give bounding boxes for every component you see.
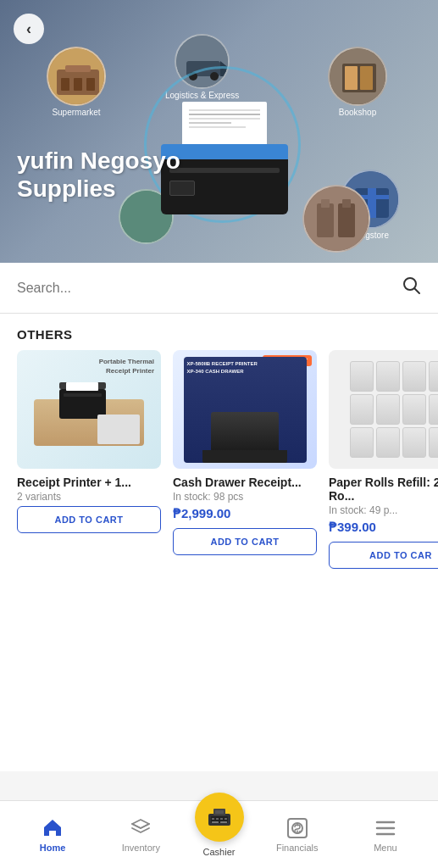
product-sub-receipt-printer: 2 variants: [17, 491, 161, 503]
home-icon: [42, 817, 64, 839]
search-button[interactable]: [402, 276, 421, 299]
circle-bookshop: Bookshop: [328, 47, 387, 117]
add-to-cart-paper-rolls[interactable]: ADD TO CAR: [329, 542, 438, 569]
svg-rect-22: [321, 199, 330, 208]
product-image-paper-rolls: [329, 350, 438, 469]
nav-label-financials: Financials: [276, 843, 319, 853]
product-image-receipt-printer: Portable ThermalReceipt Printer: [17, 350, 161, 469]
nav-item-cashier[interactable]: Cashier: [185, 810, 252, 860]
nav-item-inventory[interactable]: Inventory: [97, 810, 185, 860]
product-card-cash-drawer: COMBO SET XP-580IIB RECEIPT PRINTERXP-34…: [173, 350, 317, 576]
back-button[interactable]: ‹: [14, 14, 44, 44]
printer-illustration: [136, 59, 322, 229]
cashier-icon: [207, 805, 232, 829]
banner-title: yufin Negosyo Supplies: [17, 147, 180, 203]
nav-item-home[interactable]: Home: [8, 810, 97, 860]
back-arrow-icon: ‹: [26, 20, 31, 38]
svg-rect-21: [338, 203, 355, 237]
product-info-receipt-printer: Receipt Printer + 1... 2 variants ADD TO…: [17, 469, 161, 540]
product-name-paper-rolls: Paper Rolls Refill: 20 Ro...: [329, 476, 438, 503]
add-to-cart-cash-drawer[interactable]: ADD TO CART: [173, 528, 317, 555]
product-name-cash-drawer: Cash Drawer Receipt...: [173, 476, 317, 489]
search-container: [0, 263, 438, 314]
svg-rect-34: [225, 818, 227, 820]
bottom-navigation: Home Inventory Cashier: [0, 800, 438, 868]
search-icon: [402, 276, 421, 295]
inventory-icon: [130, 817, 152, 839]
circle-bookshop-label: Bookshop: [339, 108, 376, 117]
svg-rect-4: [74, 78, 82, 91]
nav-label-home: Home: [40, 843, 66, 853]
nav-label-cashier: Cashier: [203, 847, 236, 857]
product-image-cash-drawer: COMBO SET XP-580IIB RECEIPT PRINTERXP-34…: [173, 350, 317, 469]
product-card-paper-rolls: Paper Rolls Refill: 20 Ro... In stock: 4…: [329, 350, 438, 576]
products-row: Portable ThermalReceipt Printer: [0, 350, 438, 589]
cashier-fab-circle: [195, 793, 244, 842]
nav-label-inventory: Inventory: [122, 843, 160, 853]
circle-supermarket: Supermarket: [47, 47, 106, 117]
svg-rect-13: [345, 66, 358, 90]
svg-rect-30: [215, 810, 224, 814]
svg-rect-33: [220, 818, 223, 820]
svg-rect-2: [65, 65, 91, 72]
svg-rect-32: [216, 818, 219, 820]
product-info-cash-drawer: Cash Drawer Receipt... In stock: 98 pcs …: [173, 469, 317, 562]
product-card-receipt-printer: Portable ThermalReceipt Printer: [17, 350, 161, 576]
nav-item-financials[interactable]: Financials: [253, 810, 341, 860]
product-sub-paper-rolls: In stock: 49 p...: [329, 504, 438, 516]
svg-rect-31: [212, 818, 214, 820]
svg-rect-3: [61, 78, 69, 91]
product-name-receipt-printer: Receipt Printer + 1...: [17, 476, 161, 489]
svg-rect-23: [342, 199, 351, 208]
circle-supermarket-label: Supermarket: [52, 108, 100, 117]
svg-rect-36: [220, 821, 227, 823]
svg-rect-5: [86, 78, 95, 91]
svg-rect-35: [212, 821, 219, 823]
search-input[interactable]: [17, 281, 402, 296]
product-price-paper-rolls: ₱399.00: [329, 520, 438, 535]
product-sub-cash-drawer: In stock: 98 pcs: [173, 491, 317, 503]
section-title-others: OTHERS: [0, 314, 438, 350]
nav-label-menu: Menu: [374, 843, 397, 853]
svg-line-26: [414, 288, 419, 293]
content-area: OTHERS Portable ThermalReceipt Printer: [0, 263, 438, 771]
section-others: OTHERS Portable ThermalReceipt Printer: [0, 314, 438, 589]
add-to-cart-receipt-printer[interactable]: ADD TO CART: [17, 506, 161, 533]
menu-icon: [374, 817, 396, 839]
product-price-cash-drawer: ₱2,999.00: [173, 506, 317, 521]
financials-icon: [286, 817, 308, 839]
nav-item-menu[interactable]: Menu: [341, 810, 430, 860]
product-info-paper-rolls: Paper Rolls Refill: 20 Ro... In stock: 4…: [329, 469, 438, 576]
svg-rect-14: [360, 66, 373, 90]
svg-rect-37: [288, 819, 307, 837]
header-banner: ‹ Supermarket Logistics & Express Booksh…: [0, 0, 438, 263]
